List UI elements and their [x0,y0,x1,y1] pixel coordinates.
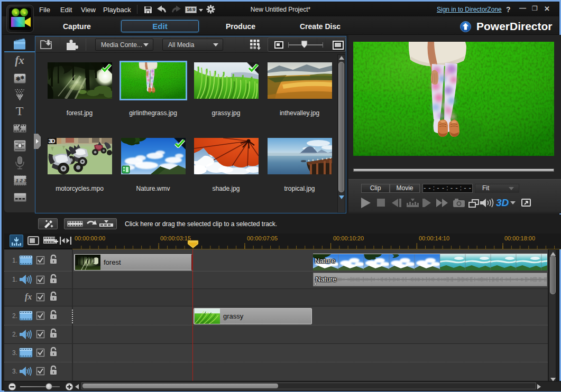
svg-text:2.: 2. [12,331,17,338]
svg-text:1.: 1. [12,257,17,264]
svg-text:3D: 3D [49,138,56,144]
svg-text:fx: fx [25,292,32,302]
svg-text:✱: ✱ [16,76,21,82]
svg-text:2.: 2. [12,312,17,320]
svg-text:1.: 1. [12,276,17,283]
svg-text:3.: 3. [12,349,17,357]
svg-text:3.: 3. [12,368,17,375]
svg-text:✱: ✱ [21,75,25,80]
svg-text:1 2 3: 1 2 3 [16,178,27,183]
